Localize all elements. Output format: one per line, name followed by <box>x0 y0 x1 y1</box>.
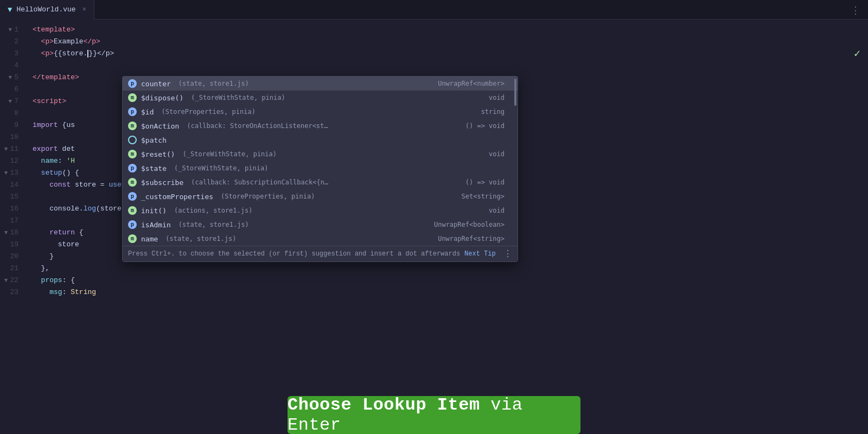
completion-type-icon: p <box>128 220 137 229</box>
completion-name: $reset() <box>141 150 175 158</box>
code-line: }, <box>33 263 868 275</box>
autocomplete-item[interactable]: p$state(_StoreWithState, pinia) <box>123 161 518 175</box>
autocomplete-item[interactable]: mname(state, store1.js)UnwrapRef<string> <box>123 232 518 246</box>
completion-detail: (callback: SubscriptionCallback<{n… <box>191 178 328 186</box>
line-number: 6 <box>14 84 23 95</box>
completion-detail: (state, store1.js) <box>178 221 249 228</box>
line-number: 21 <box>10 263 23 275</box>
completion-type: UnwrapRef<number> <box>438 80 512 87</box>
line-number: 9 <box>14 119 23 131</box>
fold-arrow[interactable]: ▼ <box>9 95 12 107</box>
line-number: ▼7 <box>9 95 23 107</box>
autocomplete-item[interactable]: m$onAction(callback: StoreOnActionListen… <box>123 119 518 133</box>
autocomplete-item[interactable]: p$id(StoreProperties, pinia)string <box>123 105 518 119</box>
code-editor[interactable]: <template> <p>Example</p> <p>{{store.}}<… <box>27 20 868 434</box>
completion-detail: (state, store1.js) <box>165 235 236 242</box>
fold-arrow[interactable]: ▼ <box>9 24 12 36</box>
file-tab[interactable]: ▼ HelloWorld.vue × <box>0 0 94 20</box>
autocomplete-scrollbar[interactable] <box>514 79 516 106</box>
completion-type-icon: m <box>128 122 137 130</box>
tooltip-more-icon[interactable]: ⋮ <box>503 248 512 259</box>
completion-type: string <box>481 108 512 116</box>
line-number: 16 <box>10 203 23 215</box>
autocomplete-tooltip: Press Ctrl+. to choose the selected (or … <box>123 246 518 261</box>
fold-arrow[interactable]: ▼ <box>4 227 8 239</box>
line-number: 2 <box>14 36 23 48</box>
line-number: 8 <box>14 107 23 119</box>
completion-name: init() <box>141 207 167 215</box>
completion-type: void <box>489 94 512 101</box>
line-number: 14 <box>10 179 23 191</box>
autocomplete-item[interactable]: $patch <box>123 133 518 147</box>
completion-type: UnwrapRef<boolean> <box>434 221 512 228</box>
vue-icon: ▼ <box>8 5 12 14</box>
line-number: 20 <box>10 251 23 263</box>
autocomplete-item[interactable]: p_customProperties(StoreProperties, pini… <box>123 189 518 203</box>
banner-text: Choose Lookup Item via Enter <box>288 395 580 434</box>
code-line: props: { <box>33 275 868 286</box>
close-tab-button[interactable]: × <box>82 6 86 14</box>
line-number: ▼18 <box>4 227 23 239</box>
code-line: <p>{{store.}}</p> <box>33 48 868 60</box>
lookup-banner: Choose Lookup Item via Enter <box>288 396 580 434</box>
completion-type-icon: m <box>128 178 137 187</box>
fold-arrow[interactable]: ▼ <box>9 72 12 84</box>
autocomplete-item[interactable]: m$dispose()(_StoreWithState, pinia)void <box>123 91 518 105</box>
completion-name: $subscribe <box>141 178 183 187</box>
completion-detail: (state, store1.js) <box>178 80 249 87</box>
completion-type: Set<string> <box>462 193 512 200</box>
completion-name: $state <box>141 164 167 173</box>
line-number-gutter: ▼1234▼56▼78910▼1112▼1314151617▼18192021▼… <box>0 20 27 434</box>
completion-type: void <box>489 150 512 158</box>
tab-filename: HelloWorld.vue <box>16 5 75 14</box>
validation-check-icon: ✓ <box>854 47 860 60</box>
completion-detail: (callback: StoreOnActionListener<st… <box>187 122 328 130</box>
next-tip-link[interactable]: Next Tip <box>464 250 496 258</box>
more-options-icon[interactable]: ⋮ <box>851 4 860 16</box>
fold-arrow[interactable]: ▼ <box>4 275 8 286</box>
completion-type: void <box>489 207 512 214</box>
completion-type-icon: m <box>128 93 137 102</box>
code-line: <template> <box>33 24 868 36</box>
completion-type-icon <box>128 136 137 144</box>
completion-name: isAdmin <box>141 221 171 229</box>
tooltip-text: Press Ctrl+. to choose the selected (or … <box>128 250 460 258</box>
autocomplete-item[interactable]: pcounter(state, store1.js)UnwrapRef<numb… <box>123 76 518 91</box>
line-number: 17 <box>10 215 23 227</box>
completion-type-icon: m <box>128 234 137 243</box>
line-number: ▼5 <box>9 72 23 84</box>
tab-bar: ▼ HelloWorld.vue × ⋮ <box>0 0 868 20</box>
code-line: <p>Example</p> <box>33 36 868 48</box>
autocomplete-item[interactable]: pisAdmin(state, store1.js)UnwrapRef<bool… <box>123 218 518 232</box>
line-number: 19 <box>10 239 23 251</box>
code-line <box>33 60 868 72</box>
line-number: 4 <box>14 60 23 72</box>
completion-detail: (StoreProperties, pinia) <box>161 108 255 116</box>
fold-arrow[interactable]: ▼ <box>4 167 8 179</box>
line-number: 3 <box>14 48 23 60</box>
line-number: 15 <box>10 191 23 203</box>
completion-type-icon: p <box>128 192 137 201</box>
completion-name: $dispose() <box>141 94 183 102</box>
completion-name: counter <box>141 80 171 88</box>
line-number: 10 <box>10 131 23 143</box>
autocomplete-item[interactable]: minit()(actions, store1.js)void <box>123 203 518 218</box>
line-number: 23 <box>10 286 23 298</box>
editor-area: ▼1234▼56▼78910▼1112▼1314151617▼18192021▼… <box>0 20 868 434</box>
completion-type-icon: p <box>128 79 137 88</box>
banner-bold-text: Choose Lookup Item <box>288 395 480 415</box>
line-number: ▼1 <box>9 24 23 36</box>
completion-type: UnwrapRef<string> <box>438 235 512 242</box>
completion-name: name <box>141 235 158 243</box>
completion-name: $id <box>141 108 154 116</box>
code-line: msg: String <box>33 286 868 298</box>
completion-type-icon: p <box>128 164 137 173</box>
completion-type-icon: p <box>128 107 137 116</box>
completion-type-icon: m <box>128 206 137 215</box>
autocomplete-item[interactable]: m$subscribe(callback: SubscriptionCallba… <box>123 175 518 189</box>
completion-name: _customProperties <box>141 193 213 201</box>
fold-arrow[interactable]: ▼ <box>4 143 8 155</box>
completion-type-icon: m <box>128 150 137 158</box>
completion-detail: (StoreProperties, pinia) <box>221 193 315 200</box>
autocomplete-item[interactable]: m$reset()(_StoreWithState, pinia)void <box>123 147 518 161</box>
